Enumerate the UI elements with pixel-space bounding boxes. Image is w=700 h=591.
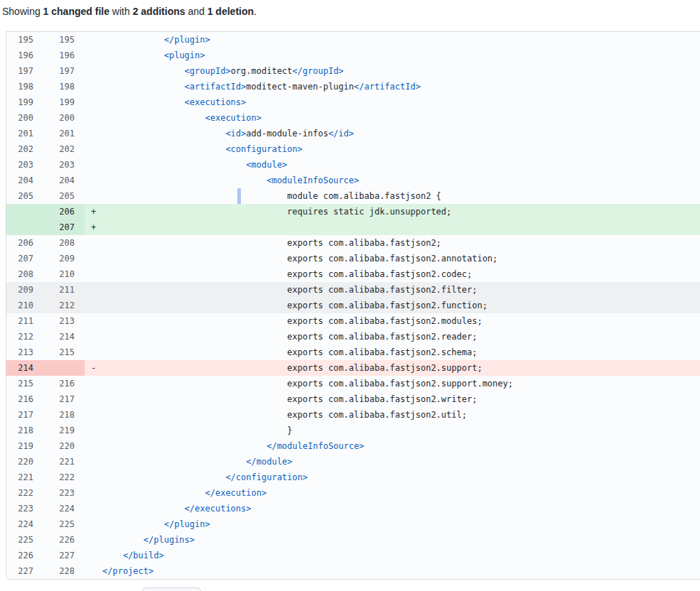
code-text: exports com.alibaba.fastjson2.function; (287, 300, 488, 310)
diff-row: 224225 </plugin> (6, 516, 700, 532)
diff-row: 207+ (6, 219, 700, 235)
new-line-number[interactable]: 214 (42, 329, 85, 345)
summary-text: with (109, 6, 133, 17)
xml-tag: </artifactId> (354, 82, 421, 92)
old-line-number[interactable]: 200 (6, 110, 42, 126)
new-line-number[interactable]: 196 (42, 48, 85, 63)
old-line-number[interactable]: 201 (6, 126, 42, 141)
diff-row: 222223 </execution> (6, 485, 700, 501)
new-line-number[interactable] (42, 360, 85, 376)
old-line-number[interactable]: 214 (6, 360, 42, 376)
old-line-number[interactable]: 197 (6, 63, 42, 79)
old-line-number[interactable]: 226 (6, 548, 42, 563)
diff-row: 202202 <configuration> (6, 141, 700, 157)
new-line-number[interactable]: 198 (42, 79, 85, 94)
old-line-number[interactable]: 227 (6, 563, 42, 579)
old-line-number[interactable]: 215 (6, 376, 42, 391)
code-line: <artifactId>moditect-maven-plugin</artif… (85, 79, 700, 94)
old-line-number[interactable]: 213 (6, 345, 42, 360)
code-text: moditect-maven-plugin (246, 82, 354, 92)
old-line-number[interactable]: 195 (6, 32, 42, 48)
old-line-number[interactable]: 219 (6, 438, 42, 454)
diff-summary-text: Showing 1 changed file with 2 additions … (2, 4, 257, 18)
new-line-number[interactable]: 225 (42, 516, 85, 532)
old-line-number[interactable]: 212 (6, 329, 42, 345)
new-line-number[interactable]: 218 (42, 407, 85, 423)
new-line-number[interactable]: 210 (42, 266, 85, 282)
old-line-number[interactable]: 221 (6, 470, 42, 485)
old-line-number[interactable]: 204 (6, 173, 42, 188)
code-line: <executions> (85, 94, 700, 110)
new-line-number[interactable]: 221 (42, 454, 85, 470)
xml-tag: <module> (246, 160, 287, 170)
old-line-number[interactable]: 225 (6, 532, 42, 548)
new-line-number[interactable]: 217 (42, 391, 85, 407)
new-line-number[interactable]: 216 (42, 376, 85, 391)
diff-row: 214- exports com.alibaba.fastjson2.suppo… (6, 360, 700, 376)
old-line-number[interactable]: 198 (6, 79, 42, 94)
new-line-number[interactable]: 228 (42, 563, 85, 579)
code-line: exports com.alibaba.fastjson2.codec; (85, 266, 700, 282)
code-line: exports com.alibaba.fastjson2; (85, 235, 700, 251)
text-cursor-indicator (237, 188, 241, 204)
new-line-number[interactable]: 207 (42, 219, 85, 235)
new-line-number[interactable]: 220 (42, 438, 85, 454)
old-line-number[interactable]: 205 (6, 188, 42, 204)
new-line-number[interactable]: 197 (42, 63, 85, 79)
old-line-number[interactable]: 223 (6, 501, 42, 516)
old-line-number[interactable]: 209 (6, 282, 42, 298)
old-line-number[interactable]: 211 (6, 313, 42, 329)
new-line-number[interactable]: 205 (42, 188, 85, 204)
old-line-number[interactable]: 222 (6, 485, 42, 501)
new-line-number[interactable]: 227 (42, 548, 85, 563)
new-line-number[interactable]: 212 (42, 298, 85, 313)
new-line-number[interactable]: 219 (42, 423, 85, 438)
old-line-number[interactable]: 207 (6, 251, 42, 266)
new-line-number[interactable]: 195 (42, 32, 85, 48)
code-line: exports com.alibaba.fastjson2.schema; (85, 345, 700, 360)
new-line-number[interactable]: 211 (42, 282, 85, 298)
old-line-number[interactable]: 220 (6, 454, 42, 470)
new-line-number[interactable]: 209 (42, 251, 85, 266)
diff-row: 210212 exports com.alibaba.fastjson2.fun… (6, 298, 700, 313)
old-line-number[interactable]: 210 (6, 298, 42, 313)
new-line-number[interactable]: 226 (42, 532, 85, 548)
diff-row: 215216 exports com.alibaba.fastjson2.sup… (6, 376, 700, 391)
old-line-number[interactable]: 196 (6, 48, 42, 63)
old-line-number[interactable]: 208 (6, 266, 42, 282)
new-line-number[interactable]: 224 (42, 501, 85, 516)
old-line-number[interactable]: 199 (6, 94, 42, 110)
old-line-number[interactable] (6, 204, 42, 219)
new-line-number[interactable]: 203 (42, 157, 85, 173)
new-line-number[interactable]: 199 (42, 94, 85, 110)
old-line-number[interactable]: 203 (6, 157, 42, 173)
new-line-number[interactable]: 206 (42, 204, 85, 219)
diff-row: 217218 exports com.alibaba.fastjson2.uti… (6, 407, 700, 423)
new-line-number[interactable]: 222 (42, 470, 85, 485)
cutoff-button[interactable] (142, 587, 201, 591)
new-line-number[interactable]: 208 (42, 235, 85, 251)
new-line-number[interactable]: 223 (42, 485, 85, 501)
new-line-number[interactable]: 201 (42, 126, 85, 141)
xml-tag: </module> (246, 457, 292, 467)
new-line-number[interactable]: 202 (42, 141, 85, 157)
diff-row: 221222 </configuration> (6, 470, 700, 485)
code-line: </configuration> (85, 470, 700, 485)
old-line-number[interactable]: 216 (6, 391, 42, 407)
old-line-number[interactable]: 217 (6, 407, 42, 423)
code-text: module com.alibaba.fastjson2 { (287, 191, 441, 201)
new-line-number[interactable]: 213 (42, 313, 85, 329)
old-line-number[interactable]: 218 (6, 423, 42, 438)
code-text: exports com.alibaba.fastjson2.filter; (287, 285, 477, 295)
diff-row: 204204 <moduleInfoSource> (6, 173, 700, 188)
new-line-number[interactable]: 204 (42, 173, 85, 188)
code-text: exports com.alibaba.fastjson2.codec; (287, 269, 472, 279)
new-line-number[interactable]: 215 (42, 345, 85, 360)
diff-row: 205205 module com.alibaba.fastjson2 { (6, 188, 700, 204)
old-line-number[interactable]: 206 (6, 235, 42, 251)
old-line-number[interactable]: 202 (6, 141, 42, 157)
xml-tag: <moduleInfoSource> (266, 175, 359, 185)
old-line-number[interactable] (6, 219, 42, 235)
new-line-number[interactable]: 200 (42, 110, 85, 126)
old-line-number[interactable]: 224 (6, 516, 42, 532)
